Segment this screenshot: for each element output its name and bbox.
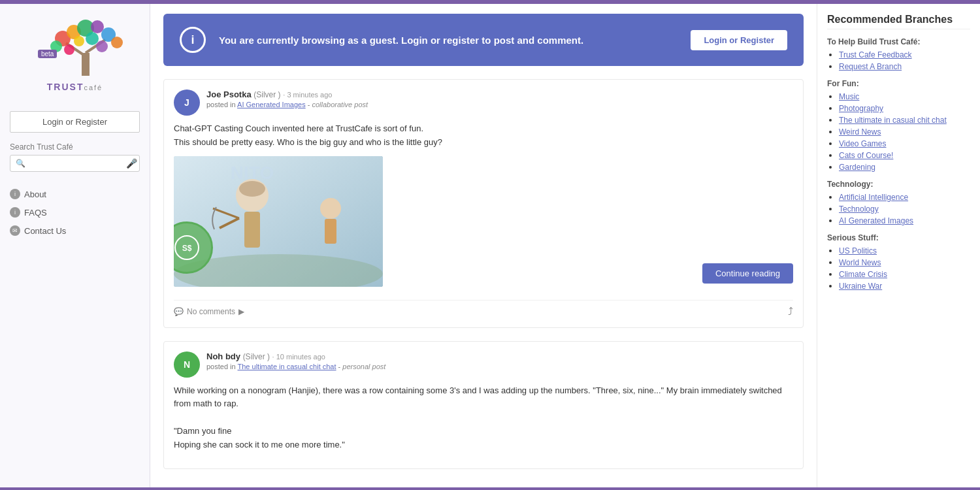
post-author-1: Joe Psotka: [206, 90, 252, 99]
sidebar-faqs-label: FAQS: [24, 208, 47, 218]
post-text-2a: While working on a nonogram (Hanjie), th…: [174, 384, 793, 412]
logo-text: TRUSTcafé: [10, 81, 140, 101]
sidebar: beta: [0, 4, 150, 490]
post-author-2: Noh bdy: [206, 351, 240, 361]
bottom-bar: [0, 487, 980, 490]
banner-login-register-button[interactable]: Login or Register: [691, 30, 787, 50]
rec-link-feedback[interactable]: Trust Cafe Feedback: [839, 50, 912, 59]
sidebar-login-register-button[interactable]: Login or Register: [10, 111, 140, 133]
info-circle-icon: i: [180, 27, 206, 53]
post-card-1: J Joe Psotka (Silver ) · 3 minutes ago p…: [163, 79, 804, 328]
rec-link-weird-news[interactable]: Weird News: [839, 127, 881, 137]
svg-rect-21: [325, 219, 336, 244]
rec-link-photography[interactable]: Photography: [839, 104, 883, 113]
rec-link-ai-images[interactable]: AI Generated Images: [839, 216, 913, 225]
search-label: Search Trust Café: [10, 142, 140, 152]
beta-badge: beta: [38, 50, 57, 58]
list-item: Photography: [839, 103, 970, 113]
post-card-2: N Noh bdy (Silver ) · 10 minutes ago pos…: [163, 341, 804, 469]
svg-point-22: [239, 181, 265, 197]
avatar-2: N: [174, 351, 200, 378]
sidebar-item-contact[interactable]: ✉ Contact Us: [10, 221, 140, 240]
post-text-2b: "Damn you fineHoping she can sock it to …: [174, 425, 793, 452]
list-item: Artificial Intelligence: [839, 192, 970, 202]
share-icon-1[interactable]: ⤴: [788, 306, 793, 318]
svg-rect-17: [244, 212, 260, 248]
main-content: i You are currently browsing as a guest.…: [150, 4, 817, 490]
list-item: Technology: [839, 204, 970, 214]
list-item: Weird News: [839, 127, 970, 137]
svg-point-6: [91, 20, 104, 33]
post-header-1: J Joe Psotka (Silver ) · 3 minutes ago p…: [174, 90, 793, 116]
rec-link-ukraine[interactable]: Ukraine War: [839, 282, 882, 291]
svg-point-8: [111, 37, 123, 48]
rec-link-video-games[interactable]: Video Games: [839, 139, 887, 148]
rec-link-us-politics[interactable]: US Politics: [839, 246, 877, 255]
rec-section-tech: Technology: Artificial Intelligence Tech…: [827, 180, 970, 225]
sidebar-item-about[interactable]: i About: [10, 185, 140, 203]
rec-link-technology[interactable]: Technology: [839, 204, 879, 214]
list-item: Climate Crisis: [839, 269, 970, 279]
post-location-1: posted in AI Generated Images - collabor…: [206, 101, 793, 108]
post-body-1: Chat-GPT Casting Couch invented here at …: [174, 122, 793, 150]
list-item: Request A Branch: [839, 61, 970, 71]
list-item: AI Generated Images: [839, 216, 970, 225]
svg-rect-0: [82, 53, 90, 76]
post-header-2: N Noh bdy (Silver ) · 10 minutes ago pos…: [174, 351, 793, 378]
post-comments-1[interactable]: 💬 No comments ▶: [174, 307, 244, 316]
rec-link-ai[interactable]: Artificial Intelligence: [839, 193, 908, 202]
list-item: Ukraine War: [839, 281, 970, 291]
comment-arrow-icon: ▶: [238, 307, 244, 316]
list-item: Gardening: [839, 162, 970, 172]
rec-section-fun-title: For Fun:: [827, 79, 970, 88]
logo-tree-icon: [46, 14, 125, 76]
list-item: The ultimate in casual chit chat: [839, 115, 970, 125]
rec-link-cats[interactable]: Cats of Course!: [839, 151, 893, 160]
svg-text:NITO: NITO: [231, 163, 274, 183]
post-meta-1: Joe Psotka (Silver ) · 3 minutes ago pos…: [206, 90, 793, 108]
list-item: World News: [839, 257, 970, 267]
list-item: Trust Cafe Feedback: [839, 50, 970, 59]
rec-section-serious-title: Serious Stuff:: [827, 233, 970, 242]
sidebar-contact-label: Contact Us: [24, 226, 66, 236]
list-item: Music: [839, 91, 970, 101]
post-meta-2: Noh bdy (Silver ) · 10 minutes ago poste…: [206, 351, 793, 370]
search-input[interactable]: [28, 159, 126, 168]
continue-reading-button[interactable]: Continue reading: [702, 263, 793, 284]
logo-area: beta: [10, 14, 140, 101]
post-body-2: While working on a nonogram (Hanjie), th…: [174, 384, 793, 452]
rec-section-tech-title: Technology:: [827, 180, 970, 189]
search-box: 🔍 🎤: [10, 155, 140, 172]
list-item: Video Games: [839, 139, 970, 148]
post-location-link-2[interactable]: The ultimate in casual chit chat: [238, 363, 336, 370]
svg-point-12: [86, 32, 99, 45]
rec-section-help-title: To Help Build Trust Café:: [827, 37, 970, 46]
microphone-icon[interactable]: 🎤: [126, 158, 137, 169]
list-item: Cats of Course!: [839, 150, 970, 160]
rec-link-world-news[interactable]: World News: [839, 258, 881, 267]
recommended-title: Recommended Branches: [827, 14, 970, 29]
avatar-1: J: [174, 90, 200, 116]
rec-section-serious: Serious Stuff: US Politics World News Cl…: [827, 233, 970, 291]
rec-link-gardening[interactable]: Gardening: [839, 163, 875, 172]
post-type-1: collaborative post: [312, 101, 368, 108]
post-text-1b: This should be pretty easy. Who is the b…: [174, 136, 793, 150]
sidebar-about-label: About: [24, 189, 46, 199]
post-timeago-2: 10 minutes ago: [276, 353, 325, 361]
post-author-badge-2: (Silver ): [243, 352, 270, 361]
guest-banner: i You are currently browsing as a guest.…: [163, 14, 804, 66]
sidebar-item-faqs[interactable]: i FAQS: [10, 203, 140, 221]
post-author-badge-1: (Silver ): [253, 90, 280, 99]
svg-text:S$: S$: [182, 244, 192, 253]
rec-link-music[interactable]: Music: [839, 92, 859, 101]
comment-bubble-icon: 💬: [174, 307, 184, 316]
post-image-wrap-1: NITO S$ Continue reading: [174, 156, 793, 293]
rec-link-climate[interactable]: Climate Crisis: [839, 270, 887, 279]
rec-link-request[interactable]: Request A Branch: [839, 62, 902, 71]
recommended-sidebar: Recommended Branches To Help Build Trust…: [817, 4, 980, 490]
search-magnifier-icon: 🔍: [16, 159, 25, 168]
faqs-icon: i: [10, 207, 20, 218]
rec-link-chit-chat[interactable]: The ultimate in casual chit chat: [839, 116, 947, 125]
post-location-link-1[interactable]: AI Generated Images: [237, 101, 306, 108]
post-text-1a: Chat-GPT Casting Couch invented here at …: [174, 122, 793, 136]
